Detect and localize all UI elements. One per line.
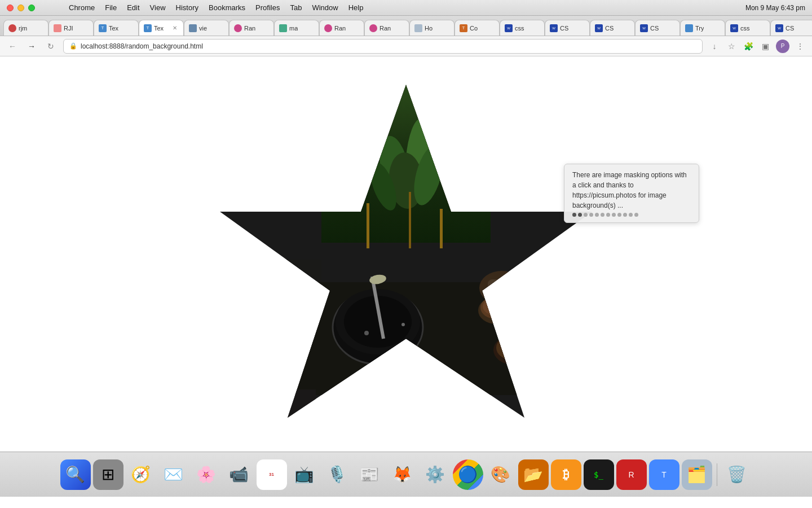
dock-podcasts[interactable]: 🎙️ xyxy=(322,459,352,490)
tab-label: CS xyxy=(605,25,614,32)
dock-safari[interactable]: 🧭 xyxy=(126,459,156,490)
tab-label: css xyxy=(515,25,524,32)
svg-rect-10 xyxy=(440,209,443,248)
tab-rjm[interactable]: rjm xyxy=(3,20,48,36)
bookmark-icon[interactable]: ☆ xyxy=(725,40,738,52)
dock-facetime[interactable]: 📹 xyxy=(224,459,254,490)
tab-label: Ho xyxy=(425,25,433,32)
pagination-dot-5 xyxy=(595,213,599,217)
menu-file[interactable]: File xyxy=(105,3,117,12)
svg-point-32 xyxy=(544,314,573,335)
tab-cs4[interactable]: W CS xyxy=(770,20,812,36)
url-text: localhost:8888/random_background.html xyxy=(81,42,203,50)
tab-cs3[interactable]: W CS xyxy=(635,20,680,36)
tab-label: css xyxy=(740,25,750,32)
star-container[interactable] xyxy=(152,68,660,440)
menu-bookmarks[interactable]: Bookmarks xyxy=(209,3,245,12)
profile-avatar[interactable]: P xyxy=(776,40,789,53)
tab-label: Ran xyxy=(379,25,391,32)
dock-firefox[interactable]: 🦊 xyxy=(387,459,418,490)
tab-label: Tex xyxy=(154,25,164,32)
svg-rect-8 xyxy=(367,203,369,248)
page-content[interactable]: There are image masking options with a c… xyxy=(0,56,812,452)
dock-finder2[interactable]: 🗂️ xyxy=(682,459,712,490)
chrome-menu-button[interactable]: ⋮ xyxy=(794,40,806,52)
back-button[interactable]: ← xyxy=(6,40,19,53)
svg-rect-38 xyxy=(203,389,316,440)
dock-launchpad[interactable]: ⊞ xyxy=(93,459,123,490)
tab-css2[interactable]: W css xyxy=(725,20,770,36)
browser-actions: ↓ ☆ 🧩 ▣ P ⋮ xyxy=(708,40,806,53)
tab-ho[interactable]: Ho xyxy=(409,20,454,36)
tab-label: CS xyxy=(560,25,568,32)
tab-view[interactable]: vie xyxy=(184,20,229,36)
dock-finder[interactable]: 🔍 xyxy=(60,459,91,490)
dock-figma[interactable]: 🎨 xyxy=(486,459,516,490)
tab-cs1[interactable]: W CS xyxy=(545,20,590,36)
dock-rdm[interactable]: R xyxy=(616,459,647,490)
url-bar[interactable]: 🔒 localhost:8888/random_background.html xyxy=(63,39,703,54)
dock-chrome[interactable]: 🔵 xyxy=(453,459,483,490)
svg-point-14 xyxy=(217,313,268,341)
maximize-button[interactable] xyxy=(28,5,35,11)
tab-close-button[interactable]: ✕ xyxy=(171,24,179,32)
tab-css1[interactable]: W css xyxy=(500,20,545,36)
dock-settings[interactable]: ⚙️ xyxy=(420,459,451,490)
svg-point-23 xyxy=(483,297,510,316)
menu-edit[interactable]: Edit xyxy=(127,3,139,12)
tab-try[interactable]: Try xyxy=(680,20,725,36)
svg-point-12 xyxy=(209,288,254,322)
pagination-dot-4 xyxy=(589,213,593,217)
tab-ran3[interactable]: Ran xyxy=(364,20,409,36)
save-page-icon[interactable]: ↓ xyxy=(708,40,721,52)
menu-window[interactable]: Window xyxy=(312,3,338,12)
minimize-button[interactable] xyxy=(17,5,24,11)
tab-ran2[interactable]: Ran xyxy=(319,20,364,36)
dock-tableplus[interactable]: T xyxy=(649,459,679,490)
svg-rect-37 xyxy=(592,282,648,299)
tab-co[interactable]: T Co xyxy=(454,20,500,36)
reload-button[interactable]: ↻ xyxy=(44,40,58,53)
tab-ma[interactable]: ma xyxy=(274,20,319,36)
dock-trash[interactable]: 🗑️ xyxy=(722,459,752,490)
dock-bitcoin[interactable]: ₿ xyxy=(551,459,581,490)
address-bar: ← → ↻ 🔒 localhost:8888/random_background… xyxy=(0,36,812,56)
pagination-dot-2 xyxy=(578,213,582,217)
menu-help[interactable]: Help xyxy=(348,3,364,12)
svg-point-30 xyxy=(524,332,558,357)
close-button[interactable] xyxy=(7,5,14,11)
dock-filezilla[interactable]: 📂 xyxy=(518,459,549,490)
dock-news[interactable]: 📰 xyxy=(355,459,385,490)
tab-ran1[interactable]: Ran xyxy=(229,20,274,36)
star-image[interactable] xyxy=(152,68,660,440)
dock-mail[interactable]: ✉️ xyxy=(158,459,189,490)
tab-label: CS xyxy=(650,25,659,32)
svg-rect-9 xyxy=(409,192,411,248)
menu-view[interactable]: View xyxy=(150,3,166,12)
tab-tex1[interactable]: T Tex xyxy=(94,20,139,36)
dock-divider xyxy=(717,463,717,486)
tab-label: vie xyxy=(199,25,207,32)
menu-profiles[interactable]: Profiles xyxy=(255,3,280,12)
dock-photos[interactable]: 🌸 xyxy=(191,459,222,490)
split-view-icon[interactable]: ▣ xyxy=(759,40,771,52)
extensions-puzzle-icon[interactable]: 🧩 xyxy=(742,40,754,52)
tooltip-pagination xyxy=(572,213,691,217)
pagination-dot-7 xyxy=(606,213,610,217)
tab-rji[interactable]: RJI xyxy=(48,20,94,36)
dock-calendar[interactable]: 31 xyxy=(257,459,287,490)
forward-button[interactable]: → xyxy=(25,40,38,53)
tab-label: Try xyxy=(695,25,704,32)
tab-tex2-active[interactable]: T Tex ✕ xyxy=(139,20,184,36)
tab-cs2[interactable]: W CS xyxy=(590,20,635,36)
menu-chrome[interactable]: Chrome xyxy=(69,3,95,12)
dock-terminal[interactable]: $_ xyxy=(584,459,614,490)
svg-point-31 xyxy=(527,332,556,352)
tooltip: There are image masking options with a c… xyxy=(564,164,699,223)
svg-point-44 xyxy=(364,331,369,335)
pagination-dot-11 xyxy=(629,213,633,217)
dock-appletv[interactable]: 📺 xyxy=(289,459,320,490)
menu-tab[interactable]: Tab xyxy=(290,3,302,12)
menu-history[interactable]: History xyxy=(176,3,198,12)
svg-point-34 xyxy=(479,271,524,305)
